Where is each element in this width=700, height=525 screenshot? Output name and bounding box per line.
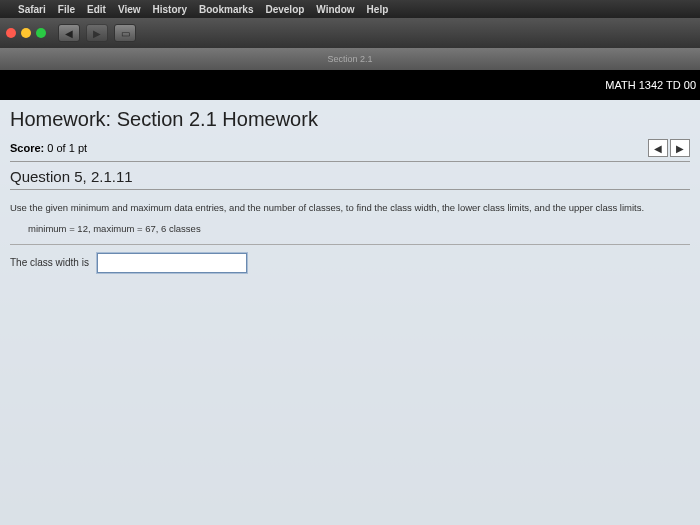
tab-title[interactable]: Section 2.1 xyxy=(327,54,372,64)
menu-history[interactable]: History xyxy=(153,4,187,15)
macos-menubar: Safari File Edit View History Bookmarks … xyxy=(0,0,700,18)
tab-bar: Section 2.1 xyxy=(0,48,700,70)
minimize-button[interactable] xyxy=(21,28,31,38)
forward-button[interactable]: ▶ xyxy=(86,24,108,42)
course-label: MATH 1342 TD 00 xyxy=(605,79,696,91)
menu-window[interactable]: Window xyxy=(316,4,354,15)
menu-edit[interactable]: Edit xyxy=(87,4,106,15)
score-row: Score: 0 of 1 pt ◀ ▶ xyxy=(10,139,690,162)
question-data: minimum = 12, maximum = 67, 6 classes xyxy=(28,221,690,236)
close-button[interactable] xyxy=(6,28,16,38)
question-title: Question 5, 2.1.11 xyxy=(10,168,690,190)
back-button[interactable]: ◀ xyxy=(58,24,80,42)
answer-row: The class width is xyxy=(10,253,690,273)
menu-develop[interactable]: Develop xyxy=(265,4,304,15)
prev-question-button[interactable]: ◀ xyxy=(648,139,668,157)
window-controls xyxy=(6,28,46,38)
answer-label: The class width is xyxy=(10,255,89,271)
menu-bookmarks[interactable]: Bookmarks xyxy=(199,4,253,15)
next-question-button[interactable]: ▶ xyxy=(670,139,690,157)
score-label: Score: xyxy=(10,142,44,154)
homework-content: Homework: Section 2.1 Homework Score: 0 … xyxy=(0,100,700,525)
app-name[interactable]: Safari xyxy=(18,4,46,15)
sidebar-button[interactable]: ▭ xyxy=(114,24,136,42)
menu-view[interactable]: View xyxy=(118,4,141,15)
divider xyxy=(10,244,690,245)
question-nav: ◀ ▶ xyxy=(648,139,690,157)
menu-help[interactable]: Help xyxy=(367,4,389,15)
question-body: Use the given minimum and maximum data e… xyxy=(10,200,690,273)
question-prompt: Use the given minimum and maximum data e… xyxy=(10,200,690,215)
maximize-button[interactable] xyxy=(36,28,46,38)
course-header: MATH 1342 TD 00 xyxy=(0,70,700,100)
browser-toolbar: ◀ ▶ ▭ xyxy=(0,18,700,48)
homework-title: Homework: Section 2.1 Homework xyxy=(10,108,690,131)
menu-file[interactable]: File xyxy=(58,4,75,15)
class-width-input[interactable] xyxy=(97,253,247,273)
score-value: 0 of 1 pt xyxy=(47,142,87,154)
